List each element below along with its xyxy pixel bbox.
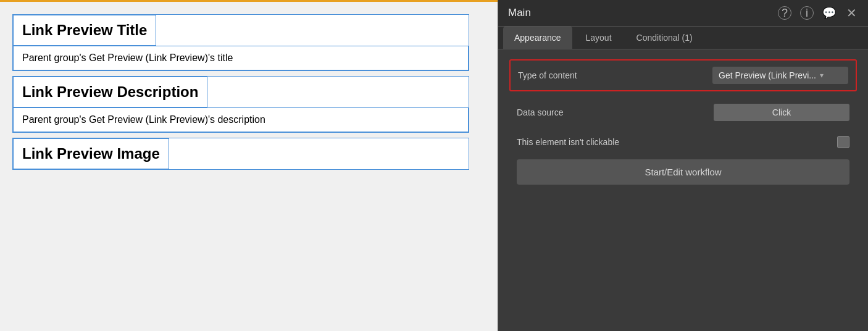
not-clickable-row: This element isn't clickable xyxy=(509,133,857,151)
help-icon[interactable]: ? xyxy=(778,6,791,20)
type-of-content-row: Type of content Get Preview (Link Previ.… xyxy=(509,59,857,91)
type-of-content-dropdown[interactable]: Get Preview (Link Previ... ▾ xyxy=(712,67,848,84)
type-of-content-value: Get Preview (Link Previ... xyxy=(719,70,816,80)
tab-appearance[interactable]: Appearance xyxy=(503,27,572,49)
data-source-click-button[interactable]: Click xyxy=(714,104,849,121)
panel-header: Main ? i 💬 ✕ xyxy=(498,0,868,27)
canvas-sections: Link Preview Title Parent group's Get Pr… xyxy=(12,14,469,175)
link-preview-image-section: Link Preview Image xyxy=(12,138,469,170)
info-icon[interactable]: i xyxy=(800,6,814,20)
comment-icon[interactable]: 💬 xyxy=(822,6,836,20)
panel-title: Main xyxy=(508,7,531,19)
right-panel: Main ? i 💬 ✕ Appearance Layout Condition… xyxy=(498,0,868,331)
tab-layout[interactable]: Layout xyxy=(575,27,623,49)
tabs-row: Appearance Layout Conditional (1) xyxy=(498,27,868,49)
panel-icons: ? i 💬 ✕ xyxy=(778,6,858,20)
type-of-content-label: Type of content xyxy=(518,70,577,80)
canvas-area: Link Preview Title Parent group's Get Pr… xyxy=(0,0,498,331)
link-preview-description-section: Link Preview Description Parent group's … xyxy=(12,76,469,133)
tab-conditional[interactable]: Conditional (1) xyxy=(625,27,704,49)
link-preview-title-section: Link Preview Title Parent group's Get Pr… xyxy=(12,14,469,71)
data-source-row: Data source Click xyxy=(509,100,857,125)
link-preview-title-value: Parent group's Get Preview (Link Preview… xyxy=(13,46,469,70)
chevron-down-icon: ▾ xyxy=(820,71,824,80)
data-source-label: Data source xyxy=(517,107,563,117)
panel-content: Type of content Get Preview (Link Previ.… xyxy=(498,49,868,195)
link-preview-description-value: Parent group's Get Preview (Link Preview… xyxy=(13,107,469,132)
link-preview-title-heading: Link Preview Title xyxy=(13,15,156,46)
link-preview-image-text: Link Preview Image xyxy=(22,145,160,162)
link-preview-description-text: Link Preview Description xyxy=(22,83,198,101)
link-preview-title-text: Link Preview Title xyxy=(22,22,147,39)
not-clickable-label: This element isn't clickable xyxy=(517,137,619,147)
not-clickable-checkbox[interactable] xyxy=(837,136,849,148)
link-preview-image-heading: Link Preview Image xyxy=(13,138,169,169)
workflow-button[interactable]: Start/Edit workflow xyxy=(517,159,849,185)
close-icon[interactable]: ✕ xyxy=(845,6,858,20)
link-preview-description-heading: Link Preview Description xyxy=(13,77,207,107)
